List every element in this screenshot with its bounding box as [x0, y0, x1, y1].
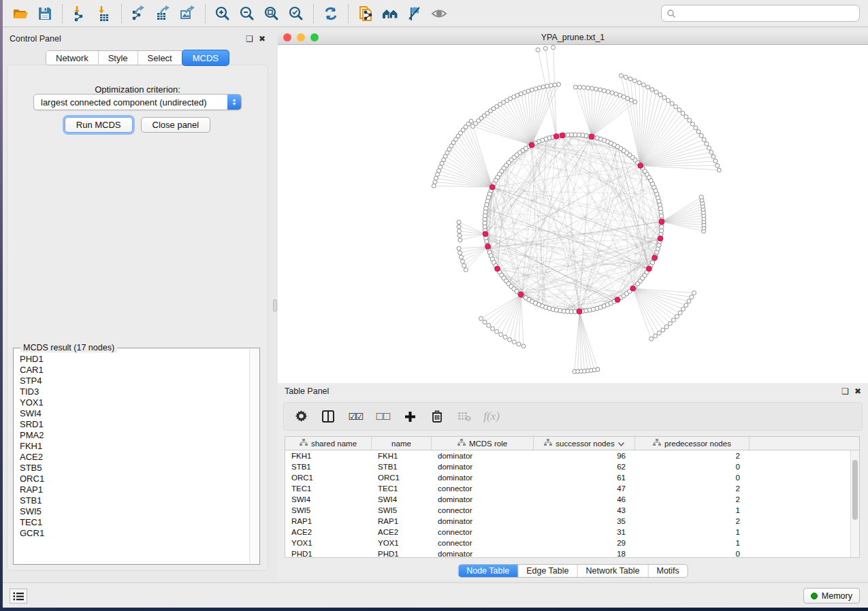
mcds-result-item[interactable]: RAP1 — [14, 484, 249, 495]
shared-column-icon — [544, 439, 552, 448]
table-cell: dominator — [432, 548, 534, 558]
task-history-button[interactable] — [10, 589, 27, 604]
float-panel-icon[interactable]: ❑ — [246, 35, 253, 43]
export-network-icon[interactable] — [127, 3, 151, 24]
mcds-result-item[interactable]: GCR1 — [14, 528, 249, 539]
close-panel-button[interactable]: Close panel — [141, 117, 211, 133]
tab-select[interactable]: Select — [138, 51, 182, 65]
table-row[interactable]: SWI4SWI4dominator462 — [285, 494, 859, 505]
close-table-panel-icon[interactable]: ✖ — [854, 387, 861, 395]
mcds-result-item[interactable]: STB5 — [14, 463, 249, 474]
panel-splitter[interactable] — [272, 31, 278, 574]
export-image-icon[interactable] — [176, 3, 200, 24]
import-network-icon[interactable] — [67, 3, 92, 24]
export-table-icon[interactable] — [151, 3, 176, 24]
mcds-result-item[interactable]: ORC1 — [14, 474, 249, 484]
mcds-result-item[interactable]: ACE2 — [14, 452, 249, 463]
search-box[interactable] — [661, 5, 860, 22]
tab-node-table[interactable]: Node Table — [458, 565, 518, 577]
column-header-shared-name[interactable]: shared name — [285, 437, 372, 450]
mcds-result-item[interactable]: SWI4 — [14, 408, 249, 419]
network-canvas[interactable] — [278, 45, 868, 383]
table-cell: 2 — [635, 516, 750, 527]
import-table-icon[interactable] — [92, 3, 116, 24]
node-table-header: shared namenameMCDS rolesuccessor nodesp… — [285, 437, 859, 450]
memory-label: Memory — [822, 591, 852, 601]
cytoscape-window: Control Panel ❑ ✖ NetworkStyleSelectMCDS… — [3, 0, 868, 608]
network-window-titlebar[interactable]: YPA_prune.txt_1 — [278, 31, 868, 45]
mcds-result-item[interactable]: YOX1 — [14, 397, 249, 408]
mcds-result-item[interactable]: TID3 — [14, 386, 249, 397]
mcds-list-scrollbar[interactable] — [249, 349, 259, 563]
mcds-result-item[interactable]: CAR1 — [14, 365, 249, 376]
mcds-result-item[interactable]: SRD1 — [14, 419, 249, 430]
table-cell: connector — [432, 505, 534, 516]
add-column-icon[interactable] — [401, 408, 419, 425]
mcds-result-group: MCDS result (17 nodes) PHD1CAR1STP4TID3Y… — [13, 348, 260, 565]
table-cell: connector — [432, 483, 534, 494]
save-session-icon[interactable] — [33, 3, 57, 24]
zoom-selected-icon[interactable] — [284, 3, 308, 24]
criterion-dropdown[interactable]: largest connected component (undirected)… — [33, 94, 242, 110]
table-row[interactable]: FKH1FKH1dominator962 — [285, 450, 859, 461]
table-cell: ACE2 — [285, 527, 372, 538]
table-cell: PHD1 — [285, 548, 372, 558]
mcds-result-item[interactable]: STB1 — [14, 495, 249, 506]
table-row[interactable]: ORC1ORC1dominator610 — [285, 472, 859, 483]
search-input[interactable] — [676, 9, 854, 18]
table-row[interactable]: TEC1TEC1connector472 — [285, 483, 859, 494]
table-panel-title: Table Panel — [285, 386, 329, 396]
refresh-icon[interactable] — [319, 3, 343, 24]
table-cell: 1 — [635, 538, 750, 548]
table-row[interactable]: SWI5SWI5connector431 — [285, 505, 859, 516]
tab-style[interactable]: Style — [99, 51, 138, 65]
mcds-result-item[interactable]: PMA2 — [14, 430, 249, 441]
float-table-panel-icon[interactable]: ❑ — [841, 387, 849, 395]
column-header-predecessor-nodes[interactable]: predecessor nodes — [635, 437, 750, 450]
houses-icon[interactable] — [378, 3, 402, 24]
tab-edge-table[interactable]: Edge Table — [518, 565, 577, 577]
open-file-icon[interactable] — [8, 3, 33, 24]
table-cell: connector — [432, 538, 534, 548]
show-columns-icon[interactable] — [319, 408, 337, 425]
table-cell: PHD1 — [372, 548, 432, 558]
run-mcds-button[interactable]: Run MCDS — [65, 117, 133, 133]
tab-mcds[interactable]: MCDS — [182, 50, 229, 66]
mcds-result-item[interactable]: FKH1 — [14, 441, 249, 452]
table-cell: 0 — [635, 548, 750, 558]
table-row[interactable]: RAP1RAP1dominator352 — [285, 516, 859, 527]
mcds-result-item[interactable]: STP4 — [14, 376, 249, 386]
tab-network[interactable]: Network — [46, 51, 99, 65]
hide-flag-icon[interactable] — [402, 3, 427, 24]
deselect-all-icon[interactable]: ☐☐ — [374, 408, 391, 425]
show-eye-icon[interactable] — [427, 3, 451, 24]
select-all-icon[interactable]: ☑☑ — [347, 408, 364, 425]
tab-network-table[interactable]: Network Table — [578, 565, 649, 577]
table-cell: RAP1 — [285, 516, 372, 527]
table-row[interactable]: STB1STB1dominator620 — [285, 461, 859, 472]
mcds-result-item[interactable]: TEC1 — [14, 517, 249, 528]
table-row[interactable]: ACE2ACE2connector311 — [285, 527, 859, 538]
tab-motifs[interactable]: Motifs — [648, 565, 687, 577]
zoom-fit-icon[interactable] — [259, 3, 284, 24]
column-header-name[interactable]: name — [372, 437, 432, 450]
mcds-result-item[interactable]: SWI5 — [14, 506, 249, 517]
table-cell: STB1 — [372, 461, 432, 472]
memory-button[interactable]: Memory — [803, 588, 860, 604]
column-header-MCDS-role[interactable]: MCDS role — [432, 437, 534, 450]
mcds-result-list[interactable]: PHD1CAR1STP4TID3YOX1SWI4SRD1PMA2FKH1ACE2… — [14, 354, 249, 563]
close-panel-icon[interactable]: ✖ — [259, 35, 266, 43]
mcds-result-item[interactable]: PHD1 — [14, 354, 249, 365]
main-toolbar — [3, 0, 868, 27]
table-row[interactable]: PHD1PHD1dominator180 — [285, 548, 859, 558]
column-header-successor-nodes[interactable]: successor nodes — [534, 437, 635, 450]
zoom-in-icon[interactable] — [210, 3, 235, 24]
network-view-window: YPA_prune.txt_1 — [278, 31, 868, 383]
shared-column-icon — [300, 439, 308, 448]
clone-network-icon[interactable] — [353, 3, 378, 24]
zoom-out-icon[interactable] — [235, 3, 259, 24]
table-row[interactable]: YOX1YOX1connector291 — [285, 538, 859, 548]
delete-column-icon[interactable] — [428, 408, 446, 425]
table-scrollbar[interactable] — [850, 450, 859, 557]
table-settings-gear-icon[interactable] — [292, 408, 310, 425]
